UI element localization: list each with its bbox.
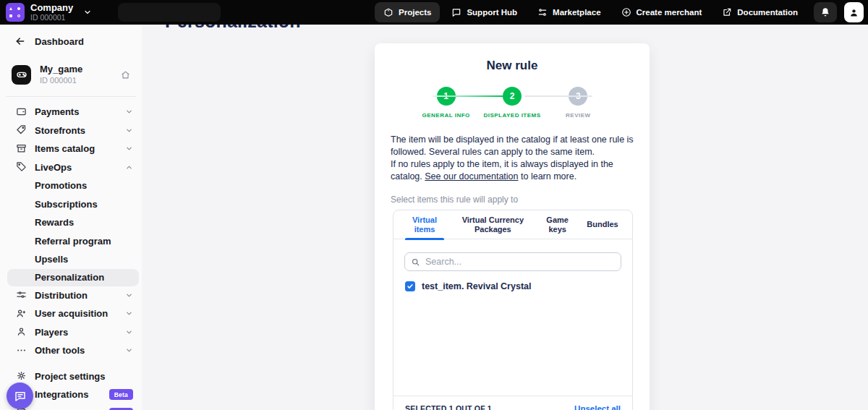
step-label: DISPLAYED ITEMS [483,112,540,119]
tab-label: Virtual items [402,215,447,234]
sidebar-nav: Payments Storefronts Items catalog [0,103,142,410]
bell-icon [820,7,830,17]
company-selector[interactable]: Company ID 000001 [30,3,92,22]
chevron-down-icon [125,328,133,336]
items-selector: Virtual items Virtual Currency Packages … [393,210,633,410]
wallet-icon [16,106,27,118]
step-circle: 2 [503,87,522,106]
gamepad-icon [12,65,31,85]
chevron-down-icon [125,145,133,153]
sidebar-item-storefronts[interactable]: Storefronts [0,121,142,140]
beta-badge: Beta [109,389,133,400]
description-text: to learn more. [519,171,577,181]
create-merchant-button[interactable]: Create merchant [613,2,711,22]
xsolla-logo-icon [6,3,25,22]
company-id: ID 000001 [30,14,73,22]
main-content: Personalization New rule 1 GENERAL INFO … [142,25,868,410]
tab-virtual-items[interactable]: Virtual items [402,210,447,239]
search-box [404,252,621,271]
step-review[interactable]: 3 REVIEW [545,87,611,124]
sidebar-item-items-catalog[interactable]: Items catalog [0,140,142,158]
sidebar-item-other-tools[interactable]: Other tools [0,341,142,360]
create-merchant-label: Create merchant [637,8,702,17]
project-name: My_game [40,64,82,75]
external-link-icon [722,7,732,17]
company-name: Company [30,3,73,13]
sidebar: Dashboard My_game ID 000001 Payments [0,25,142,410]
item-checkbox[interactable] [405,281,415,291]
item-row[interactable]: test_item. Revival Crystal [405,281,621,291]
sidebar-item-personalization[interactable]: Personalization [7,269,139,286]
stepper: 1 GENERAL INFO 2 DISPLAYED ITEMS 3 REVIE… [375,87,650,124]
user-icon [16,326,27,338]
selected-summary: SELECTED 1 OUT OF 1 [405,404,492,410]
sidebar-item-rewards[interactable]: Rewards [0,213,142,232]
tab-label: Game keys [539,215,576,234]
unselect-all-link[interactable]: Unselect all [574,404,621,410]
sidebar-item-promotions[interactable]: Promotions [0,176,142,195]
sidebar-item-user-acquisition[interactable]: User acquisition [0,304,142,323]
step-label: GENERAL INFO [422,112,470,119]
chevron-down-icon [125,291,133,299]
projects-label: Projects [399,8,431,17]
sidebar-item-payments[interactable]: Payments [0,103,142,121]
ellipsis-icon [16,345,27,356]
sidebar-item-upsells[interactable]: Upsells [0,250,142,269]
back-to-dashboard[interactable]: Dashboard [0,33,142,49]
plus-circle-icon [621,7,631,17]
liveops-tag-icon [16,161,27,173]
chevron-down-icon [125,346,133,354]
topbar-nav: Projects Support Hub Marketplace Create … [375,2,864,22]
tab-game-keys[interactable]: Game keys [539,210,576,239]
select-items-label: Select items this rule will apply to [391,195,634,205]
stepper-connector [524,95,592,97]
search-input[interactable] [425,257,615,267]
active-tab-underline [405,238,444,240]
user-icon [849,8,859,17]
sliders-icon [537,7,548,17]
chevron-down-icon [125,108,133,116]
sidebar-item-referral-program[interactable]: Referral program [0,232,142,251]
chevron-up-icon [125,163,133,171]
tab-label: Virtual Currency Packages [452,215,533,234]
topbar: Company ID 000001 Projects Support Hub M… [0,0,868,25]
project-id: ID 000001 [40,76,82,85]
chat-launcher-button[interactable] [7,383,33,409]
marketplace-button[interactable]: Marketplace [529,2,609,22]
modal-title: New rule [375,59,650,73]
chat-icon [14,390,27,403]
chevron-down-icon [125,127,133,134]
step-displayed-items[interactable]: 2 DISPLAYED ITEMS [479,87,545,124]
projects-button[interactable]: Projects [375,2,440,22]
marketplace-label: Marketplace [553,8,600,17]
package-icon [383,7,393,17]
step-general-info[interactable]: 1 GENERAL INFO [413,87,479,124]
sidebar-item-distribution[interactable]: Distribution [0,286,142,305]
documentation-button[interactable]: Documentation [713,2,807,22]
selection-footer: SELECTED 1 OUT OF 1 Unselect all [393,396,632,410]
sidebar-item-liveops[interactable]: LiveOps [0,158,142,177]
tab-label: Bundles [587,220,618,229]
sidebar-divider [6,96,136,97]
sliders-icon [16,289,27,301]
tab-bundles[interactable]: Bundles [582,210,624,239]
account-button[interactable] [844,2,864,22]
gear-icon [16,370,27,382]
sidebar-item-players[interactable]: Players [0,323,142,342]
support-hub-label: Support Hub [467,8,517,17]
archive-box-icon [16,143,27,155]
new-rule-modal: New rule 1 GENERAL INFO 2 DISPLAYED ITEM… [375,43,650,410]
sidebar-item-subscriptions[interactable]: Subscriptions [0,195,142,214]
tab-virtual-currency-packages[interactable]: Virtual Currency Packages [452,210,533,239]
support-hub-button[interactable]: Support Hub [443,2,526,22]
description-text: The item will be displayed in the catalo… [391,134,634,157]
home-icon[interactable] [121,70,130,80]
chevron-down-icon [83,8,92,17]
stepper-connector [433,95,505,97]
item-type-tabs: Virtual items Virtual Currency Packages … [393,210,632,239]
documentation-link[interactable]: See our documentation [425,171,518,181]
project-row[interactable]: My_game ID 000001 [0,60,142,89]
chevron-down-icon [125,309,133,317]
notifications-button[interactable] [814,2,837,22]
arrow-left-icon [14,35,26,47]
